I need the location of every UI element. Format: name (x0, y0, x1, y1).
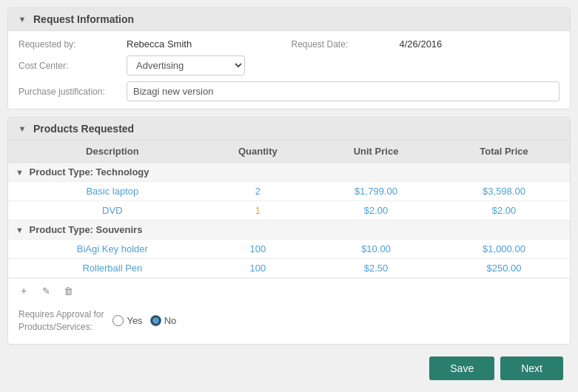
footer-bar: Save Next (7, 352, 571, 385)
products-title: Products Requested (33, 123, 134, 135)
col-quantity: Quantity (202, 141, 314, 163)
cost-center-label: Cost Center: (19, 61, 122, 71)
table-row: Basic laptop 2 $1,799.00 $3,598.00 (8, 182, 570, 201)
approval-yes-label: Yes (127, 315, 142, 326)
request-info-title: Request Information (33, 13, 134, 25)
product-unit-basic-laptop: $1,799.00 (314, 182, 438, 201)
add-row-icon[interactable]: + (16, 283, 32, 299)
product-unit-rollerball: $2.50 (314, 259, 438, 278)
product-qty-rollerball: 100 (202, 259, 314, 278)
delete-row-icon[interactable]: 🗑 (60, 283, 76, 299)
request-date-value: 4/26/2016 (400, 38, 560, 50)
col-unit-price: Unit Price (314, 141, 438, 163)
approval-no-radio[interactable] (150, 315, 161, 326)
approval-radio-group: Yes No (112, 315, 176, 326)
col-empty (8, 141, 23, 163)
cost-center-select[interactable]: Advertising Marketing IT HR (127, 55, 245, 75)
product-unit-key-holder: $10.00 (314, 240, 438, 259)
requested-by-value: Rebecca Smith (127, 38, 287, 50)
product-total-rollerball: $250.00 (438, 259, 570, 278)
approval-no-label: No (164, 315, 177, 326)
approval-yes-radio[interactable] (112, 315, 124, 326)
approval-no-option[interactable]: No (150, 315, 177, 326)
approval-section: Requires Approval for Products/Services:… (8, 303, 570, 339)
products-header: ▼ Products Requested (8, 118, 570, 141)
approval-label-line2: Products/Services: (19, 321, 104, 334)
product-total-key-holder: $1,000.00 (438, 240, 570, 259)
next-button[interactable]: Next (500, 356, 563, 380)
request-info-chevron-icon[interactable]: ▼ (17, 14, 27, 24)
approval-label-line1: Requires Approval for (19, 308, 104, 321)
product-name-dvd: DVD (23, 201, 202, 220)
table-header-row: Description Quantity Unit Price Total Pr… (8, 141, 570, 163)
group-technology: ▼ Product Type: Technology (8, 163, 570, 182)
row-empty (8, 259, 23, 278)
request-information-panel: ▼ Request Information Requested by: Rebe… (7, 7, 571, 109)
product-qty-basic-laptop: 2 (202, 182, 314, 201)
group-tech-label: Product Type: Technology (30, 166, 149, 178)
group-souvenirs-label: Product Type: Souvenirs (30, 224, 143, 235)
products-table: Description Quantity Unit Price Total Pr… (8, 141, 570, 278)
table-row: DVD 1 $2.00 $2.00 (8, 201, 570, 220)
justification-label: Purchase justification: (19, 87, 122, 97)
col-description: Description (23, 141, 202, 163)
products-chevron-icon[interactable]: ▼ (17, 124, 27, 134)
table-row: BiAgi Key holder 100 $10.00 $1,000.00 (8, 240, 570, 259)
request-date-label: Request Date: (292, 39, 395, 50)
row-empty (8, 240, 23, 259)
save-button[interactable]: Save (429, 356, 494, 380)
products-requested-panel: ▼ Products Requested Description Quantit… (7, 117, 571, 345)
product-total-basic-laptop: $3,598.00 (438, 182, 570, 201)
approval-label: Requires Approval for Products/Services: (19, 308, 104, 334)
row-empty (8, 201, 23, 220)
group-tech-chevron-icon[interactable]: ▼ (16, 168, 24, 177)
request-info-body: Requested by: Rebecca Smith Request Date… (8, 31, 570, 109)
product-total-dvd: $2.00 (438, 201, 570, 220)
approval-yes-option[interactable]: Yes (112, 315, 142, 326)
product-name-basic-laptop: Basic laptop (23, 182, 202, 201)
product-name-key-holder: BiAgi Key holder (23, 240, 202, 259)
group-souvenirs-chevron-icon[interactable]: ▼ (16, 226, 24, 234)
group-souvenirs: ▼ Product Type: Souvenirs (8, 220, 570, 240)
table-row: Rollerball Pen 100 $2.50 $250.00 (8, 259, 570, 278)
product-name-rollerball: Rollerball Pen (23, 259, 202, 278)
product-qty-dvd: 1 (202, 201, 314, 220)
table-actions-bar: + ✎ 🗑 (8, 278, 570, 303)
product-qty-key-holder: 100 (202, 240, 314, 259)
request-info-header: ▼ Request Information (8, 8, 570, 31)
justification-input[interactable] (127, 81, 559, 101)
col-total-price: Total Price (438, 141, 570, 163)
row-empty (8, 182, 23, 201)
requested-by-label: Requested by: (19, 39, 122, 50)
edit-row-icon[interactable]: ✎ (38, 283, 54, 299)
request-info-grid: Requested by: Rebecca Smith Request Date… (19, 38, 559, 75)
product-unit-dvd: $2.00 (314, 201, 438, 220)
